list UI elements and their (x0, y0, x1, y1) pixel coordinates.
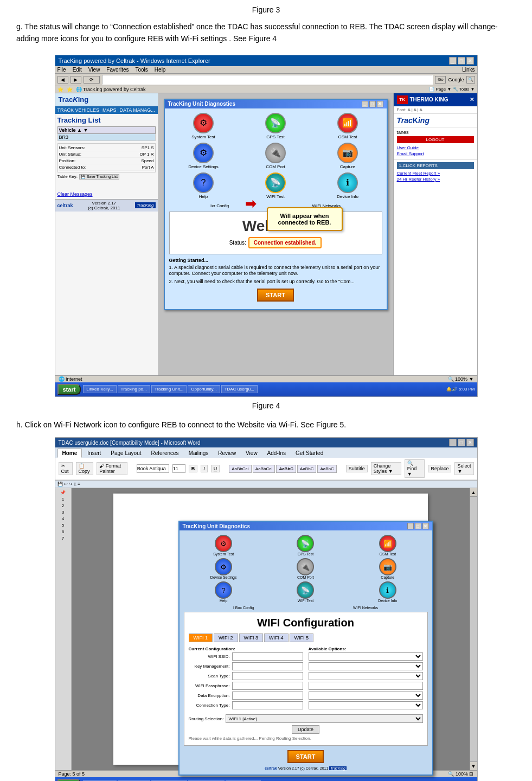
btn-select[interactable]: Select ▼ (454, 462, 473, 475)
wifi-icon-capture[interactable]: 📷 Capture (348, 558, 427, 579)
wifi-gsm-icon[interactable]: 📶 (379, 535, 396, 552)
current-fleet-report[interactable]: Current Fleet Report » (397, 171, 474, 176)
clear-messages-link[interactable]: Clear Messages (57, 191, 156, 197)
capture-icon[interactable]: 📷 (337, 143, 358, 163)
logout-button[interactable]: LOGOUT (397, 136, 474, 143)
taskbar-item-opportunity[interactable]: Opportunity... (188, 385, 220, 393)
menu-favorites[interactable]: Favorites (106, 67, 129, 73)
conn-select[interactable] (309, 701, 423, 709)
nav-maps[interactable]: MAPS (102, 107, 117, 113)
dialog-controls[interactable]: _ □ ✕ (362, 101, 383, 107)
menu-help[interactable]: Help (155, 67, 166, 73)
icon-help[interactable]: ? Help (169, 172, 238, 199)
btn-copy[interactable]: 📋 Copy (76, 462, 94, 475)
tab-review[interactable]: Review (214, 449, 240, 458)
scroll-up-btn[interactable]: ▲ (470, 488, 477, 497)
nav-data[interactable]: DATA MANAG... (120, 107, 155, 113)
icon-com-port[interactable]: 🔌 COM Port (241, 143, 310, 169)
style-1[interactable]: AaBbCcI (229, 465, 252, 473)
dialog-restore[interactable]: □ (369, 101, 376, 107)
wifi-icon-system[interactable]: ⚙ System Test (184, 535, 264, 556)
browser-controls[interactable]: _ □ ✕ (449, 57, 474, 65)
btn-cut[interactable]: ✂ Cut (59, 462, 73, 475)
btn-replace[interactable]: Replace (428, 465, 451, 472)
wifi-tab-2[interactable]: WIFI 2 (214, 633, 238, 642)
dialog-close[interactable]: ✕ (377, 101, 383, 107)
word-controls[interactable]: _ □ ✕ (449, 439, 474, 446)
tab-add-ins[interactable]: Add-Ins (263, 449, 290, 458)
gps-test-icon[interactable]: 📡 (265, 113, 286, 133)
wifi-help-icon[interactable]: ? (215, 581, 232, 599)
wifi-icon-info[interactable]: ℹ Device Info (348, 581, 427, 603)
icon-device-settings[interactable]: ⚙ Device Settings (169, 143, 238, 169)
tab-home[interactable]: Home (57, 449, 82, 458)
icon-gps-test[interactable]: 📡 GPS Test (241, 113, 310, 139)
fav-star1[interactable]: ⭐ (57, 87, 63, 92)
wifi-icon-com[interactable]: 🔌 COM Port (266, 558, 345, 579)
passphrase-input-current[interactable] (232, 682, 303, 690)
wifi-icon-wifi[interactable]: 📡 WIFI Test (266, 581, 345, 603)
btn-change-styles[interactable]: Change Styles ▼ (371, 462, 401, 475)
wifi-device-icon[interactable]: ⚙ (215, 558, 232, 575)
minimize-btn[interactable]: _ (449, 57, 457, 65)
taskbar-item-tdac[interactable]: TDAC usergu... (221, 385, 258, 393)
key-select[interactable] (309, 662, 423, 670)
refresh-btn[interactable]: ⟳ (84, 76, 100, 84)
taskbar-item-linked[interactable]: Linked Kelly... (83, 385, 116, 393)
restore-btn[interactable]: □ (458, 57, 465, 65)
help-icon[interactable]: ? (193, 172, 214, 193)
system-test-icon[interactable]: ⚙ (193, 113, 214, 133)
dialog-minimize[interactable]: _ (362, 101, 368, 107)
fav-star2[interactable]: ⭐ (67, 87, 73, 92)
wifi-dialog-close[interactable]: ✕ (422, 523, 429, 529)
btn-italic[interactable]: I (201, 465, 208, 472)
wifi-icon-device[interactable]: ⚙ Device Settings (184, 558, 264, 579)
menu-file[interactable]: File (57, 67, 66, 73)
taskbar-item-tracking1[interactable]: Tracking po... (118, 385, 150, 393)
go-btn[interactable]: Go (435, 76, 446, 84)
tab-mailings[interactable]: Mailings (184, 449, 213, 458)
word-restore-btn[interactable]: □ (458, 439, 465, 446)
start-menu-btn1[interactable]: start (57, 384, 81, 395)
page-tools[interactable]: 📄 Page ▼ 🔧 Tools ▼ (429, 87, 475, 92)
tab-view[interactable]: View (241, 449, 262, 458)
style-3[interactable]: AaBbC (276, 465, 296, 473)
btn-format-painter[interactable]: 🖌 Format Painter (97, 462, 127, 475)
wifi-dialog-controls[interactable]: _ □ ✕ (407, 523, 429, 529)
font-size-input[interactable] (172, 464, 185, 473)
save-tracking-list[interactable]: 💾 Save Tracking List (79, 174, 119, 180)
tab-references[interactable]: References (146, 449, 183, 458)
wifi-icon-help[interactable]: ? Help (184, 581, 264, 603)
user-guide-link[interactable]: User Guide (397, 145, 474, 150)
btn-bold[interactable]: B (189, 465, 198, 472)
reefer-history-report[interactable]: 24 Hr Reefer History » (397, 177, 474, 182)
wifi-icon-gsm[interactable]: 📶 GSM Test (348, 535, 427, 556)
menu-tools[interactable]: Tools (135, 67, 148, 73)
btn-underline[interactable]: U (211, 465, 220, 472)
style-5[interactable]: AaBbC (317, 465, 336, 473)
wifi-start-button[interactable]: START (287, 750, 324, 763)
device-info-icon[interactable]: ℹ (337, 172, 358, 193)
word-scrollbar[interactable]: ▲ ▼ (470, 488, 477, 770)
word-minimize-btn[interactable]: _ (449, 439, 457, 446)
wifi-tab-5[interactable]: WIFI 5 (290, 633, 314, 642)
fav-celltrak[interactable]: 🌐 TracKing powered by Celtrak (76, 87, 146, 92)
routing-select[interactable]: WIFI 1 [Active] (226, 714, 422, 723)
icon-system-test[interactable]: ⚙ System Test (169, 113, 238, 139)
close-btn[interactable]: ✕ (466, 57, 474, 65)
ssid-select[interactable] (309, 652, 423, 661)
wifi-com-icon[interactable]: 🔌 (297, 558, 314, 575)
scroll-down-btn[interactable]: ▼ (470, 761, 477, 770)
menu-edit[interactable]: Edit (73, 67, 82, 73)
wifi-info-icon[interactable]: ℹ (379, 581, 396, 599)
scan-select[interactable] (309, 672, 423, 680)
ssid-input-current[interactable] (232, 652, 303, 661)
wifi-gps-icon[interactable]: 📡 (297, 535, 314, 552)
device-settings-icon[interactable]: ⚙ (193, 143, 214, 163)
tk-close-btn[interactable]: ✕ (470, 97, 474, 103)
scan-type-input-current[interactable] (232, 672, 303, 680)
wifi-test-icon[interactable]: 📡 (265, 172, 286, 193)
vehicle-br3[interactable]: BR3 (57, 133, 155, 140)
icon-capture[interactable]: 📷 Capture (313, 143, 382, 169)
search-btn[interactable]: 🔍 (466, 76, 475, 84)
